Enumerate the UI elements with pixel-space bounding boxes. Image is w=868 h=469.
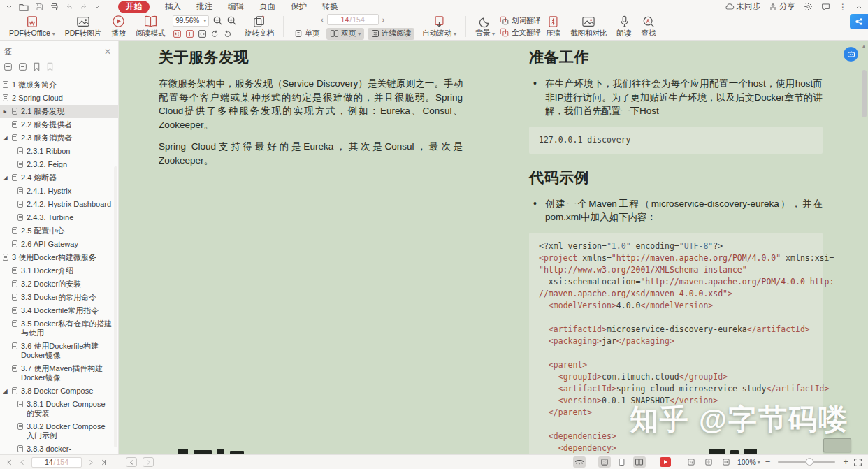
bookmark-item[interactable]: 2.5 配置中心 bbox=[0, 224, 118, 238]
continuous-read-button[interactable]: 连续阅读 bbox=[368, 28, 414, 40]
eye-protection-button[interactable] bbox=[573, 456, 586, 468]
bookmark-item[interactable]: 2.3.1 Ribbon bbox=[0, 145, 118, 158]
background-button[interactable]: 背景 ▾ bbox=[470, 13, 500, 40]
bookmark-item[interactable]: ▸2.1 服务发现 bbox=[0, 105, 118, 118]
tab-edit[interactable]: 编辑 bbox=[228, 1, 244, 12]
app-service-icon[interactable] bbox=[850, 14, 868, 29]
video-play-button[interactable] bbox=[660, 457, 671, 467]
actual-size-button[interactable] bbox=[685, 456, 697, 468]
save-icon[interactable] bbox=[35, 3, 43, 11]
status-page-input[interactable]: 14/154 bbox=[31, 457, 82, 468]
zoom-in-button[interactable]: + bbox=[843, 459, 848, 466]
tab-home[interactable]: 开始 bbox=[118, 1, 150, 13]
floating-restore-button[interactable] bbox=[823, 438, 851, 452]
page-number-input[interactable]: 14/154 bbox=[327, 14, 379, 25]
more-options-icon[interactable]: ⋮ bbox=[839, 2, 847, 12]
settings-gear-icon[interactable] bbox=[804, 2, 813, 11]
qat-dropdown-icon[interactable] bbox=[94, 4, 100, 10]
expand-all-icon[interactable] bbox=[3, 62, 13, 71]
sidebar-scrollbar[interactable] bbox=[114, 166, 117, 447]
last-page-icon[interactable] bbox=[100, 459, 108, 466]
add-bookmark-icon[interactable] bbox=[33, 62, 41, 71]
fit-page-button[interactable] bbox=[702, 456, 715, 468]
close-panel-icon[interactable]: ✕ bbox=[104, 47, 111, 57]
rotate-left-icon[interactable] bbox=[210, 29, 219, 38]
full-translate-button[interactable]: 全文翻译 bbox=[500, 28, 541, 38]
share-button[interactable]: 分享 bbox=[769, 1, 795, 12]
bookmark-item[interactable]: 3.8.2 Docker Compose入门示例 bbox=[0, 420, 118, 442]
bookmark-item[interactable]: 3 使用Docker构建微服务 bbox=[0, 251, 118, 264]
single-page-mode-button[interactable] bbox=[616, 456, 628, 468]
zoom-slider-knob[interactable] bbox=[806, 458, 813, 466]
word-translate-button[interactable]: 划词翻译 bbox=[500, 16, 541, 26]
bookmark-item[interactable]: 3.2 Docker的安装 bbox=[0, 277, 118, 291]
double-page-button[interactable]: 双页 ▾ bbox=[326, 28, 364, 40]
redo-icon[interactable] bbox=[80, 3, 88, 10]
first-page-icon[interactable] bbox=[6, 459, 13, 466]
sync-status[interactable]: 未同步 bbox=[725, 1, 761, 12]
read-aloud-button[interactable]: 朗读 bbox=[612, 13, 637, 40]
bookmark-item[interactable]: 2.2 服务提供者 bbox=[0, 118, 118, 131]
screenshot-compare-button[interactable]: 截图和对比 bbox=[565, 13, 612, 40]
fit-width-button[interactable] bbox=[720, 456, 732, 468]
collapse-icon[interactable]: ◢ bbox=[2, 173, 8, 182]
double-page-mode-button[interactable] bbox=[633, 456, 646, 468]
open-file-icon[interactable] bbox=[19, 3, 29, 11]
bookmark-item[interactable]: ◢2.4 熔断器 bbox=[0, 171, 118, 185]
prev-page-icon[interactable]: ‹ bbox=[321, 15, 324, 24]
bookmark-item[interactable]: 3.3 Docker的常用命令 bbox=[0, 291, 118, 304]
collapse-all-icon[interactable] bbox=[18, 62, 27, 71]
bookmark-item[interactable]: 2.4.3. Turbine bbox=[0, 211, 118, 224]
fullscreen-icon[interactable] bbox=[853, 458, 862, 467]
undo-icon[interactable] bbox=[65, 3, 73, 10]
next-page-icon[interactable] bbox=[87, 459, 94, 466]
bookmark-item[interactable]: ◢2.3 服务消费者 bbox=[0, 131, 118, 145]
bookmark-item[interactable]: 3.8.1 Docker Compose的安装 bbox=[0, 398, 118, 420]
continuous-mode-button[interactable] bbox=[598, 456, 611, 468]
read-mode-button[interactable]: 阅读模式 bbox=[131, 13, 170, 40]
fit-width-icon[interactable] bbox=[198, 29, 207, 38]
zoom-slider[interactable] bbox=[778, 461, 835, 463]
zoom-input[interactable]: 99.56%▾ bbox=[173, 15, 209, 27]
delete-bookmark-icon[interactable] bbox=[46, 62, 54, 71]
tab-insert[interactable]: 插入 bbox=[165, 1, 181, 12]
print-icon[interactable] bbox=[50, 3, 59, 11]
collapse-ribbon-icon[interactable] bbox=[855, 3, 862, 10]
rotate-document-button[interactable]: 旋转文档 bbox=[240, 13, 279, 40]
bookmark-item[interactable]: 3.1 Docker介绍 bbox=[0, 264, 118, 277]
zoom-level[interactable]: 100%▾ bbox=[737, 458, 760, 466]
next-page-icon[interactable]: › bbox=[382, 15, 385, 24]
compress-button[interactable]: 压缩 bbox=[541, 13, 565, 40]
fit-page-icon[interactable] bbox=[185, 29, 194, 38]
auto-scroll-button[interactable]: 自动滚动 ▾ bbox=[417, 13, 461, 40]
next-view-button[interactable] bbox=[143, 457, 154, 467]
bookmark-item[interactable]: 2 Spring Cloud bbox=[0, 92, 118, 105]
zoom-out-button[interactable]: − bbox=[765, 459, 771, 466]
collapse-icon[interactable]: ◢ bbox=[2, 387, 8, 396]
menu-chevron-icon[interactable] bbox=[6, 3, 13, 10]
play-button[interactable]: 播放 bbox=[106, 13, 131, 40]
bookmark-item[interactable]: 2.6 API Gateway bbox=[0, 238, 118, 251]
zoom-out-icon[interactable] bbox=[212, 15, 223, 26]
collapse-icon[interactable]: ◢ bbox=[2, 134, 8, 143]
tab-page[interactable]: 页面 bbox=[259, 1, 275, 12]
actual-size-icon[interactable] bbox=[173, 29, 182, 38]
pdf-to-office-button[interactable]: PDF转Office ▾ bbox=[4, 13, 60, 40]
scroll-up-icon[interactable]: ▲ bbox=[861, 43, 867, 50]
feedback-icon[interactable] bbox=[821, 3, 830, 11]
tab-convert[interactable]: 转换 bbox=[322, 1, 338, 12]
bookmark-item[interactable]: 1 微服务简介 bbox=[0, 78, 118, 92]
previous-view-button[interactable] bbox=[126, 457, 137, 467]
bookmark-item[interactable]: 2.3.2. Feign bbox=[0, 158, 118, 171]
zoom-in-icon[interactable] bbox=[226, 15, 237, 26]
bookmark-item[interactable]: 3.5 Docker私有仓库的搭建与使用 bbox=[0, 317, 118, 340]
bookmark-item[interactable]: ◢3.8 Docker Compose bbox=[0, 384, 118, 398]
floating-assistant-button[interactable] bbox=[844, 47, 858, 62]
find-button[interactable]: 查找 bbox=[637, 13, 661, 40]
tab-comment[interactable]: 批注 bbox=[196, 1, 212, 12]
prev-page-icon[interactable] bbox=[19, 459, 26, 466]
single-page-button[interactable]: 单页 bbox=[291, 28, 323, 40]
bookmark-item[interactable]: 2.4.2. Hystrix Dashboard bbox=[0, 198, 118, 211]
bookmark-item[interactable]: 3.8.3 docker-compose.yml常用命令 bbox=[0, 442, 118, 454]
content-scrollbar[interactable] bbox=[862, 70, 867, 117]
